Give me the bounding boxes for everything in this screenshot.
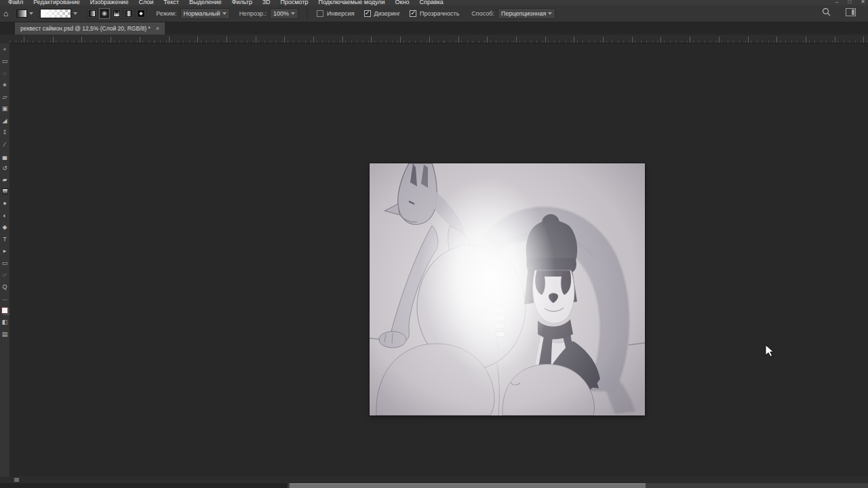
method-label: Способ:	[471, 10, 494, 17]
maximize-icon[interactable]: □	[848, 0, 851, 5]
mouse-cursor	[765, 344, 776, 357]
tool-quick-selection[interactable]: ∗	[0, 79, 9, 92]
tool-preset-thumbnail[interactable]	[16, 9, 27, 18]
tool-edit-toolbar[interactable]: …	[0, 293, 9, 305]
document-tab[interactable]: реквест саймон.psd @ 12,5% (Слой 20, RGB…	[15, 22, 165, 35]
dodge-icon: ◐	[3, 212, 6, 219]
menu-подключаемые-модули[interactable]: Подключаемые модули	[319, 0, 385, 5]
chevron-down-icon[interactable]	[29, 12, 33, 15]
ruler-tick: 4000	[140, 37, 140, 43]
tool-brush[interactable]: ∕	[0, 138, 9, 150]
opacity-dropdown[interactable]: 100%	[270, 8, 298, 19]
menu-фильтр[interactable]: Фильтр	[232, 0, 252, 5]
frame-icon: ▣	[2, 105, 8, 112]
menu-3d[interactable]: 3D	[262, 0, 271, 5]
tool-screen-mode[interactable]: ▤	[0, 328, 9, 340]
gradient-preview[interactable]	[40, 9, 71, 18]
ruler-tick: 5000	[660, 37, 661, 43]
menu-слои[interactable]: Слои	[138, 0, 153, 5]
photoshop-window: ФайлРедактированиеИзображениеСлоиТекстВы…	[0, 0, 868, 488]
tool-zoom[interactable]: Q	[0, 281, 9, 293]
home-icon[interactable]: ⌂	[3, 10, 8, 17]
status-icon	[14, 478, 19, 482]
tool-quick-mask[interactable]: ◧	[0, 317, 9, 329]
tool-gradient[interactable]	[0, 186, 9, 198]
angle-gradient-icon	[113, 10, 120, 17]
ruler-tick: 6000	[24, 37, 24, 43]
horizontal-scrollbar[interactable]	[0, 483, 868, 488]
window-controls: –□✕	[835, 0, 865, 5]
rectangle-icon: ▭	[2, 260, 8, 266]
chevron-down-icon[interactable]	[73, 12, 77, 15]
gradient-style-radial[interactable]	[99, 8, 110, 19]
ruler-tick: 8000	[835, 37, 835, 43]
ruler-tick: 2500	[516, 37, 517, 43]
mode-label: Режим:	[156, 10, 176, 17]
crop-icon: ▱	[3, 94, 7, 100]
chevron-down-icon	[222, 12, 226, 15]
mode-dropdown[interactable]: Нормальный	[180, 8, 230, 19]
gradient-style-reflected[interactable]	[123, 8, 134, 19]
menu-просмотр[interactable]: Просмотр	[280, 0, 308, 5]
menu-справка[interactable]: Справка	[420, 0, 443, 5]
menu-редактирование[interactable]: Редактирование	[33, 0, 80, 5]
tool-dodge[interactable]: ◐	[0, 209, 9, 222]
workspace-switcher-icon[interactable]	[846, 8, 856, 16]
tool-path-selection[interactable]: ▸	[0, 245, 9, 258]
tool-lasso[interactable]: ◌	[0, 67, 9, 79]
tool-hand[interactable]: ☞	[0, 269, 9, 281]
tool-rectangular-marquee[interactable]: ▭	[0, 56, 9, 68]
history-brush-icon: ↺	[2, 165, 7, 171]
gradient-style-diamond[interactable]	[136, 8, 146, 19]
checkbox-дизеринг[interactable]	[364, 10, 371, 17]
reflected-gradient-icon	[125, 10, 132, 17]
scrollbar-thumb[interactable]	[290, 483, 646, 488]
ruler-tick: 6500	[748, 37, 749, 43]
gradient-style-linear[interactable]	[87, 8, 98, 19]
tool-spot-healing[interactable]: ‡	[0, 127, 9, 139]
document-title: реквест саймон.psd @ 12,5% (Слой 20, RGB…	[20, 25, 151, 32]
blur-icon: ●	[3, 200, 6, 207]
gradient-style-group	[87, 8, 146, 19]
tool-frame[interactable]: ▣	[0, 103, 9, 115]
checkbox-прозрачность[interactable]	[410, 10, 416, 17]
options-checkboxes: ИнверсияДизерингПрозрачность	[307, 10, 459, 17]
status-bar	[0, 476, 868, 483]
tool-crop[interactable]: ▱	[0, 91, 9, 103]
lasso-icon: ◌	[3, 70, 6, 77]
foreground-color-swatch	[1, 307, 8, 314]
tool-foreground-color[interactable]	[0, 304, 9, 317]
tool-eyedropper[interactable]: ◢	[0, 115, 9, 127]
ruler-tick: 0	[371, 37, 372, 43]
ruler-tick: 3500	[169, 37, 170, 43]
menu-файл[interactable]: Файл	[8, 0, 23, 5]
diamond-gradient-icon	[138, 10, 144, 17]
tool-history-brush[interactable]: ↺	[0, 162, 9, 174]
canvas-artwork[interactable]	[370, 163, 645, 415]
menu-выделение[interactable]: Выделение	[189, 0, 222, 5]
ruler-tick: 1000	[429, 37, 430, 43]
brush-icon: ∕	[4, 141, 5, 148]
menu-изображение[interactable]: Изображение	[90, 0, 129, 5]
checkbox-инверсия[interactable]	[317, 10, 323, 17]
search-icon[interactable]	[822, 7, 831, 16]
method-dropdown[interactable]: Перцепционная	[498, 8, 555, 19]
tool-blur[interactable]: ●	[0, 198, 9, 210]
tool-type[interactable]: T	[0, 233, 9, 245]
quick-mask-icon: ◧	[2, 319, 8, 325]
close-icon[interactable]: ×	[156, 25, 159, 32]
ruler-corner	[0, 35, 9, 43]
minimize-icon[interactable]: –	[835, 0, 838, 5]
close-icon[interactable]: ✕	[861, 0, 865, 5]
tool-clone-stamp[interactable]: ▄	[0, 150, 9, 163]
tool-move[interactable]: +	[0, 43, 9, 56]
ruler-tick: 3000	[197, 37, 198, 43]
edit-toolbar-icon: …	[2, 295, 8, 302]
tool-rectangle[interactable]: ▭	[0, 257, 9, 269]
menu-окно[interactable]: Окно	[395, 0, 410, 5]
menu-текст[interactable]: Текст	[163, 0, 179, 5]
checkbox-label: Дизеринг	[374, 10, 400, 17]
gradient-style-angle[interactable]	[111, 8, 122, 19]
tool-pen[interactable]: ◆	[0, 222, 9, 234]
tool-eraser[interactable]: ▰	[0, 174, 9, 186]
